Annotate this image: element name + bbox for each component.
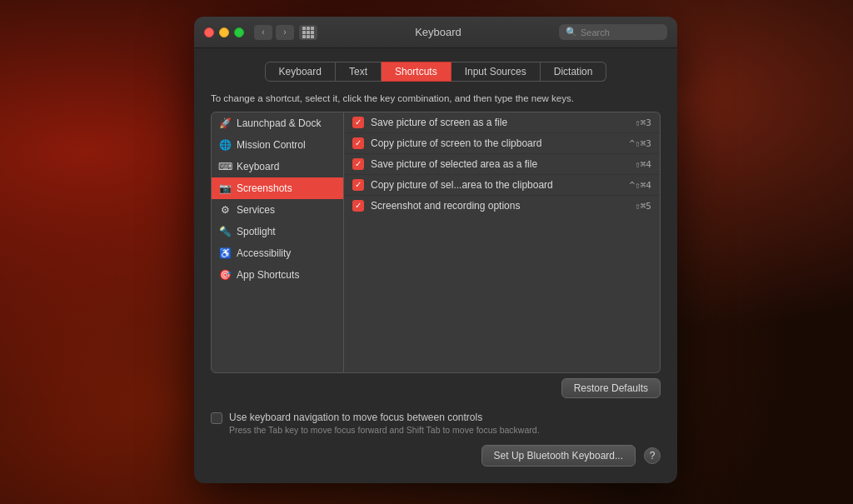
sidebar-item-screenshots[interactable]: 📷 Screenshots xyxy=(212,177,343,199)
nav-check-sublabel: Press the Tab key to move focus forward … xyxy=(229,425,540,435)
shortcut-checkbox-2[interactable]: ✓ xyxy=(352,158,364,170)
shortcut-name-4: Screenshot and recording options xyxy=(371,200,628,212)
tab-keyboard[interactable]: Keyboard xyxy=(265,62,336,82)
tab-text[interactable]: Text xyxy=(336,62,382,82)
sidebar-item-spotlight[interactable]: 🔦 Spotlight xyxy=(212,221,343,242)
forward-button[interactable]: › xyxy=(276,25,294,40)
shortcut-name-0: Save picture of screen as a file xyxy=(371,117,628,128)
shortcut-keys-4: ⇧⌘5 xyxy=(635,201,651,212)
keyboard-icon: ⌨ xyxy=(218,160,232,173)
grid-icon xyxy=(302,27,314,38)
shortcut-keys-3: ^⇧⌘4 xyxy=(630,180,652,191)
tab-bar: Keyboard Text Shortcuts Input Sources Di… xyxy=(211,62,661,82)
sidebar-item-keyboard[interactable]: ⌨ Keyboard xyxy=(212,156,343,177)
nav-check-label: Use keyboard navigation to move focus be… xyxy=(229,412,540,423)
sidebar-item-app-shortcuts[interactable]: 🎯 App Shortcuts xyxy=(212,264,343,286)
nav-check-text: Use keyboard navigation to move focus be… xyxy=(229,412,540,435)
spotlight-icon: 🔦 xyxy=(218,225,232,238)
nav-check-row: Use keyboard navigation to move focus be… xyxy=(211,403,661,438)
shortcut-row-2[interactable]: ✓ Save picture of selected area as a fil… xyxy=(344,154,660,175)
maximize-button[interactable] xyxy=(234,27,244,37)
help-button[interactable]: ? xyxy=(644,447,661,464)
shortcuts-panel: ✓ Save picture of screen as a file ⇧⌘3 ✓… xyxy=(344,112,661,373)
search-input[interactable] xyxy=(581,27,661,37)
shortcut-checkbox-0[interactable]: ✓ xyxy=(352,117,364,128)
launchpad-icon: 🚀 xyxy=(218,117,232,130)
shortcut-name-2: Save picture of selected area as a file xyxy=(371,158,628,170)
services-icon: ⚙ xyxy=(218,203,232,217)
shortcut-checkbox-3[interactable]: ✓ xyxy=(352,179,364,191)
accessibility-icon: ♿ xyxy=(218,247,232,260)
footer-row: Set Up Bluetooth Keyboard... ? xyxy=(211,438,661,470)
shortcut-row-4[interactable]: ✓ Screenshot and recording options ⇧⌘5 xyxy=(344,196,660,216)
shortcut-keys-1: ^⇧⌘3 xyxy=(630,138,652,149)
sidebar-item-services[interactable]: ⚙ Services xyxy=(212,199,343,221)
sidebar-item-mission-control[interactable]: 🌐 Mission Control xyxy=(212,134,343,156)
shortcut-row-3[interactable]: ✓ Copy picture of sel...area to the clip… xyxy=(344,175,660,196)
sidebar-item-launchpad[interactable]: 🚀 Launchpad & Dock xyxy=(212,112,343,134)
shortcut-keys-2: ⇧⌘4 xyxy=(635,159,651,170)
titlebar: ‹ › Keyboard 🔍 xyxy=(194,17,677,48)
shortcuts-sidebar: 🚀 Launchpad & Dock 🌐 Mission Control ⌨ K… xyxy=(211,112,344,373)
grid-view-button[interactable] xyxy=(299,25,317,40)
search-box[interactable]: 🔍 xyxy=(559,24,667,40)
sidebar-item-accessibility[interactable]: ♿ Accessibility xyxy=(212,242,343,264)
shortcut-keys-0: ⇧⌘3 xyxy=(635,117,651,128)
nav-checkbox[interactable] xyxy=(211,412,222,424)
back-button[interactable]: ‹ xyxy=(254,25,272,40)
screenshots-icon: 📷 xyxy=(218,182,232,195)
nav-buttons: ‹ › xyxy=(254,25,294,40)
bluetooth-button[interactable]: Set Up Bluetooth Keyboard... xyxy=(481,445,636,467)
content-area: Keyboard Text Shortcuts Input Sources Di… xyxy=(194,48,677,483)
instruction-text: To change a shortcut, select it, click t… xyxy=(211,93,661,103)
window-title: Keyboard xyxy=(317,26,559,38)
shortcut-checkbox-1[interactable]: ✓ xyxy=(352,137,364,149)
main-area: 🚀 Launchpad & Dock 🌐 Mission Control ⌨ K… xyxy=(211,112,661,373)
traffic-lights xyxy=(204,27,244,37)
restore-bar: Restore Defaults xyxy=(211,373,661,403)
mission-control-icon: 🌐 xyxy=(218,138,232,152)
shortcut-checkbox-4[interactable]: ✓ xyxy=(352,200,364,212)
close-button[interactable] xyxy=(204,27,214,37)
tab-dictation[interactable]: Dictation xyxy=(541,62,607,82)
keyboard-preferences-window: ‹ › Keyboard 🔍 Keyboard Text Shortcuts I… xyxy=(194,17,677,483)
shortcut-name-1: Copy picture of screen to the clipboard xyxy=(371,137,623,149)
tab-shortcuts[interactable]: Shortcuts xyxy=(382,62,451,82)
shortcut-row-1[interactable]: ✓ Copy picture of screen to the clipboar… xyxy=(344,133,660,154)
restore-defaults-button[interactable]: Restore Defaults xyxy=(561,378,661,398)
shortcut-name-3: Copy picture of sel...area to the clipbo… xyxy=(371,179,623,191)
minimize-button[interactable] xyxy=(219,27,229,37)
app-shortcuts-icon: 🎯 xyxy=(218,268,232,282)
shortcut-row-0[interactable]: ✓ Save picture of screen as a file ⇧⌘3 xyxy=(344,112,660,133)
search-icon: 🔍 xyxy=(566,27,577,37)
tab-input-sources[interactable]: Input Sources xyxy=(451,62,541,82)
